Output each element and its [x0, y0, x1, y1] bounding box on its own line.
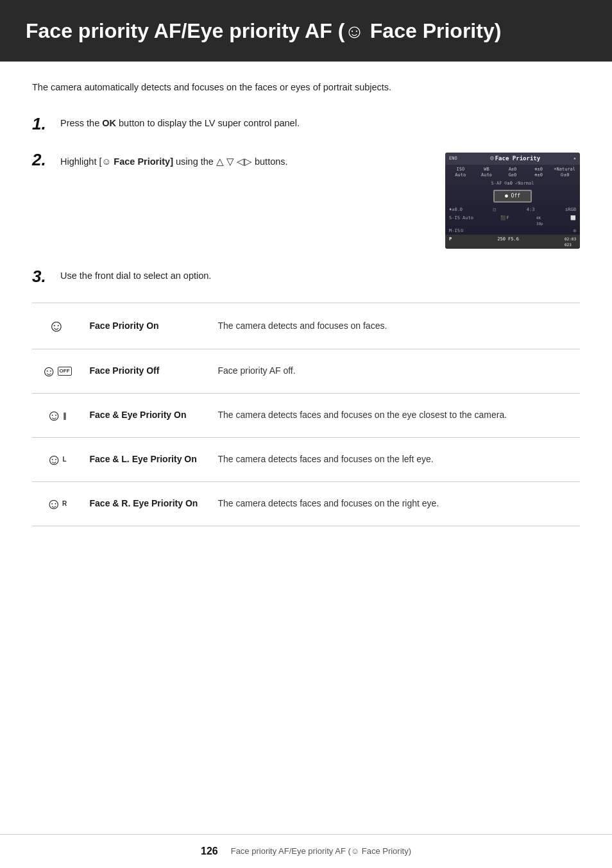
title-face-icon: ☺ — [344, 21, 364, 42]
face-eye-priority-icon: ☺‖ — [46, 404, 67, 427]
step-3: 3. Use the front dial to select an optio… — [32, 267, 580, 285]
step-2-content: Highlight [☺ Face Priority] using the △ … — [60, 150, 580, 249]
option-name-face-l-eye-priority: Face & L. Eye Priority On — [81, 437, 209, 481]
option-icon-cell: ☺R — [32, 481, 81, 526]
table-row: ☺OFF Face Priority Off Face priority AF … — [32, 349, 580, 393]
step2-icon: ☺ — [101, 156, 111, 167]
option-desc-face-priority-on: The camera detects and focuses on faces. — [209, 303, 580, 349]
option-desc-face-priority-off: Face priority AF off. — [209, 349, 580, 393]
face-priority-on-icon: ☺ — [47, 313, 65, 338]
camera-screenshot: ENO ☺Face Priority ★ ISOAuto WBAuto A±0G… — [445, 153, 580, 249]
title-block: Face priority AF/Eye priority AF (☺ Face… — [0, 0, 612, 62]
face-l-eye-priority-icon: ☺L — [46, 448, 67, 471]
option-icon-cell: ☺L — [32, 437, 81, 481]
option-name-face-eye-priority: Face & Eye Priority On — [81, 393, 209, 437]
option-icon-cell: ☺‖ — [32, 393, 81, 437]
page-title: Face priority AF/Eye priority AF (☺ Face… — [26, 18, 586, 44]
intro-text: The camera automatically detects and foc… — [32, 81, 580, 95]
step-3-content: Use the front dial to select an option. — [60, 267, 580, 283]
step-2-number: 2. — [32, 151, 50, 168]
step-3-number: 3. — [32, 268, 50, 285]
option-name-face-r-eye-priority: Face & R. Eye Priority On — [81, 481, 209, 526]
table-row: ☺ Face Priority On The camera detects an… — [32, 303, 580, 349]
step-2-text: Highlight [☺ Face Priority] using the △ … — [60, 153, 432, 169]
footer: 126 Face priority AF/Eye priority AF (☺ … — [0, 834, 612, 868]
face-r-eye-priority-icon: ☺R — [46, 492, 67, 515]
footer-title: Face priority AF/Eye priority AF (☺ Face… — [231, 845, 411, 858]
cam-off-button: ● Off — [493, 190, 532, 203]
face-priority-off-icon: ☺OFF — [41, 360, 72, 383]
spacer — [0, 690, 612, 834]
step-1-number: 1. — [32, 115, 50, 132]
content-area: The camera automatically detects and foc… — [0, 62, 612, 690]
footer-icon: ☺ — [351, 846, 359, 856]
table-row: ☺L Face & L. Eye Priority On The camera … — [32, 437, 580, 481]
options-table: ☺ Face Priority On The camera detects an… — [32, 303, 580, 526]
option-icon-cell: ☺OFF — [32, 349, 81, 393]
option-icon-cell: ☺ — [32, 303, 81, 349]
option-desc-face-r-eye-priority: The camera detects faces and focuses on … — [209, 481, 580, 526]
step-1: 1. Press the OK button to display the LV… — [32, 114, 580, 132]
step-2: 2. Highlight [☺ Face Priority] using the… — [32, 150, 580, 249]
option-desc-face-l-eye-priority: The camera detects faces and focuses on … — [209, 437, 580, 481]
page-container: Face priority AF/Eye priority AF (☺ Face… — [0, 0, 612, 868]
step-1-content: Press the OK button to display the LV su… — [60, 114, 580, 131]
option-name-face-priority-on: Face Priority On — [81, 303, 209, 349]
table-row: ☺‖ Face & Eye Priority On The camera det… — [32, 393, 580, 437]
option-desc-face-eye-priority: The camera detects faces and focuses on … — [209, 393, 580, 437]
option-name-face-priority-off: Face Priority Off — [81, 349, 209, 393]
table-row: ☺R Face & R. Eye Priority On The camera … — [32, 481, 580, 526]
footer-page-number: 126 — [201, 844, 218, 859]
